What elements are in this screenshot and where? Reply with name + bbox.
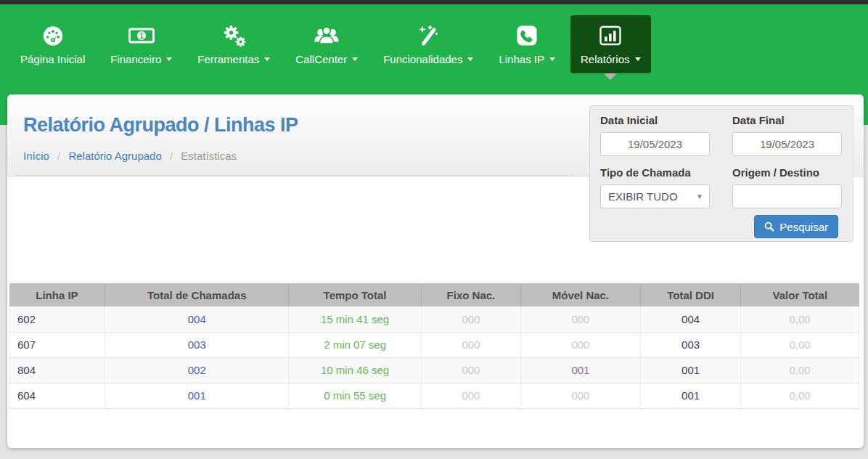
table-cell: 2 min 07 seg	[289, 332, 422, 357]
money-icon: 1	[128, 24, 155, 47]
filter-panel: Data Inicial Data Final Tipo de Chamada …	[589, 105, 853, 242]
nav-items: Página Inicial1FinanceiroFerramentasCall…	[10, 15, 651, 73]
caret-down-icon	[166, 57, 172, 61]
phone-icon	[516, 24, 538, 47]
column-header-total-ddi: Total DDI	[641, 283, 741, 306]
active-tab-pointer	[604, 73, 617, 80]
table-row: 60200415 min 41 seg0000000040,00	[9, 306, 859, 332]
nav-item-linhas-ip[interactable]: Linhas IP	[488, 15, 565, 73]
table-cell: 000	[520, 306, 640, 332]
select-caret-icon: ▼	[696, 192, 703, 200]
column-header-linha-ip: Linha IP	[9, 283, 105, 306]
nav-item-label: Página Inicial	[20, 53, 85, 65]
column-header-total-de-chamadas: Total de Chamadas	[105, 283, 289, 306]
tipo-chamada-label: Tipo de Chamada	[600, 166, 691, 179]
nav-item-label: Financeiro	[110, 53, 172, 65]
table-cell: 000	[421, 357, 520, 383]
nav-item-label: Relatórios	[581, 53, 641, 65]
table-cell: 000	[421, 383, 520, 408]
origem-destino-label: Origem / Destino	[732, 166, 819, 179]
dashboard-icon	[41, 24, 65, 47]
data-inicial-input[interactable]	[600, 132, 710, 156]
table-header-row: Linha IPTotal de ChamadasTempo TotalFixo…	[9, 283, 859, 306]
breadcrumb-current: Estatísticas	[181, 150, 237, 162]
table-cell[interactable]: 001	[105, 383, 289, 408]
caret-down-icon	[549, 57, 555, 61]
report-table: Linha IPTotal de ChamadasTempo TotalFixo…	[9, 283, 859, 409]
table-cell: 0,00	[741, 383, 859, 408]
caret-down-icon	[467, 57, 473, 61]
table-cell[interactable]: 003	[105, 332, 289, 357]
table-cell: 10 min 46 seg	[289, 357, 422, 383]
table-cell[interactable]: 602	[9, 306, 105, 332]
users-icon	[314, 24, 340, 47]
data-final-label: Data Final	[732, 114, 785, 126]
dotted-separator	[16, 175, 573, 176]
data-final-input[interactable]	[732, 132, 842, 156]
table-row: 80400210 min 46 seg0000010010,00	[9, 357, 859, 383]
nav-item-pagina-inicial[interactable]: Página Inicial	[10, 15, 95, 73]
table-cell[interactable]: 003	[641, 332, 741, 357]
breadcrumb-section-link[interactable]: Relatório Agrupado	[68, 150, 161, 162]
caret-down-icon	[635, 57, 641, 61]
table-cell[interactable]: 004	[105, 306, 289, 332]
table-cell[interactable]: 001	[641, 383, 741, 408]
table-cell: 15 min 41 seg	[289, 306, 422, 332]
table-cell: 0,00	[741, 332, 859, 357]
nav-item-financeiro[interactable]: 1Financeiro	[100, 15, 182, 73]
table-cell[interactable]: 607	[9, 332, 105, 357]
nav-item-label: Ferramentas	[197, 53, 270, 65]
column-header-valor-total: Valor Total	[741, 283, 859, 306]
nav-item-callcenter[interactable]: CallCenter	[285, 15, 368, 73]
breadcrumb-separator: /	[170, 150, 173, 162]
data-inicial-label: Data Inicial	[600, 114, 658, 126]
nav-item-funcionalidades[interactable]: Funcionalidades	[373, 15, 483, 73]
caret-down-icon	[352, 57, 358, 61]
pesquisar-button[interactable]: Pesquisar	[754, 215, 838, 238]
breadcrumb-home-link[interactable]: Início	[23, 150, 49, 162]
pesquisar-button-label: Pesquisar	[779, 221, 828, 233]
nav-item-label: Linhas IP	[499, 53, 555, 65]
table-cell[interactable]: 604	[9, 383, 105, 408]
svg-text:1: 1	[139, 32, 144, 40]
table-cell: 0,00	[741, 306, 859, 332]
page-title: Relatório Agrupado / Linhas IP	[23, 114, 298, 137]
table-cell: 000	[520, 332, 640, 357]
table-cell: 000	[421, 306, 520, 332]
table-cell: 0 min 55 seg	[289, 383, 422, 408]
table-cell: 000	[421, 332, 520, 357]
caret-down-icon	[264, 57, 270, 61]
table-row: 6040010 min 55 seg0000000010,00	[9, 383, 859, 408]
tipo-chamada-select[interactable]: EXIBIR TUDO ▼	[600, 184, 710, 208]
table-cell[interactable]: 804	[9, 357, 105, 383]
bar-chart-icon	[598, 24, 623, 47]
breadcrumb: Início / Relatório Agrupado / Estatístic…	[23, 150, 237, 162]
table-cell: 000	[520, 383, 640, 408]
column-header-movel-nac-: Móvel Nac.	[520, 283, 640, 306]
table-cell[interactable]: 001	[641, 357, 741, 383]
content-card: Relatório Agrupado / Linhas IP Início / …	[7, 94, 864, 448]
table-row: 6070032 min 07 seg0000000030,00	[9, 332, 859, 357]
breadcrumb-separator: /	[57, 150, 60, 162]
table-cell: 0,00	[741, 357, 859, 383]
nav-item-ferramentas[interactable]: Ferramentas	[187, 15, 280, 73]
search-icon	[764, 222, 774, 232]
tipo-chamada-selected-value: EXIBIR TUDO	[608, 190, 678, 203]
column-header-fixo-nac-: Fixo Nac.	[421, 283, 520, 306]
table-cell[interactable]: 001	[520, 357, 640, 383]
table-cell[interactable]: 002	[105, 357, 289, 383]
nav-item-label: Funcionalidades	[383, 53, 473, 65]
column-header-tempo-total: Tempo Total	[289, 283, 422, 306]
gears-icon	[221, 24, 247, 47]
origem-destino-input[interactable]	[732, 184, 842, 208]
nav-item-relatorios[interactable]: Relatórios	[570, 15, 651, 73]
magic-wand-icon	[416, 24, 441, 47]
table-cell[interactable]: 004	[641, 306, 741, 332]
nav-item-label: CallCenter	[295, 53, 358, 65]
